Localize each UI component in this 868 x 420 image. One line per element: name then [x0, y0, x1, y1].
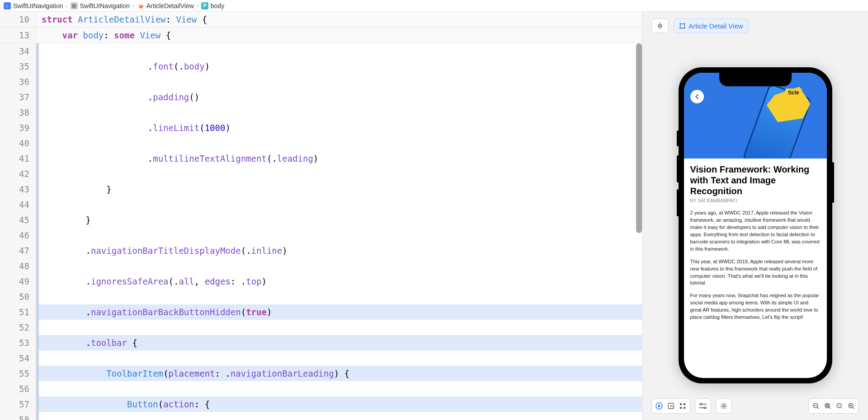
preview-canvas: Article Detail View ticle — [642, 12, 868, 420]
breadcrumb-struct-label: ArticleDetailView — [146, 2, 194, 9]
play-icon — [656, 402, 663, 410]
accessibility-button[interactable] — [716, 398, 732, 414]
article-byline: BY SAI KAMBAMPATI — [690, 198, 821, 203]
preview-title-button[interactable]: Article Detail View — [673, 19, 749, 33]
zoom-actual-icon — [836, 402, 843, 410]
article-title: Vision Framework: Working with Text and … — [690, 164, 821, 196]
chevron-left-icon — [694, 93, 700, 100]
line-number: 52 — [0, 320, 29, 335]
breadcrumb: ⌂ SwiftUINavigation › ▤ SwiftUINavigatio… — [0, 0, 868, 12]
chevron-right-icon: › — [66, 3, 68, 9]
zoom-fit-icon — [824, 402, 831, 410]
breadcrumb-struct[interactable]: ArticleDetailView — [137, 2, 194, 9]
line-number: 57 — [0, 397, 29, 412]
svg-rect-6 — [684, 407, 685, 409]
device-screen[interactable]: ticle Vision Framework: Working with Tex… — [684, 73, 827, 378]
zoom-out-icon — [812, 402, 820, 410]
scrollbar-thumb[interactable] — [636, 43, 642, 233]
device-frame: ticle Vision Framework: Working with Tex… — [679, 67, 832, 383]
sticky-struct-line: 10 struct ArticleDetailView: View { — [0, 12, 642, 28]
line-number: 55 — [0, 366, 29, 381]
svg-point-12 — [825, 403, 830, 408]
chevron-right-icon: › — [197, 3, 198, 9]
line-number: 36 — [0, 74, 29, 89]
line-number: 40 — [0, 135, 29, 151]
device-notch — [719, 73, 792, 86]
artboard-icon — [679, 23, 686, 29]
line-number: 35 — [0, 59, 29, 74]
line-number: 53 — [0, 335, 29, 350]
svg-rect-4 — [684, 403, 685, 405]
svg-rect-5 — [680, 407, 682, 409]
breadcrumb-folder-label: SwiftUINavigation — [80, 2, 130, 9]
sliders-icon — [699, 403, 707, 409]
line-number: 56 — [0, 381, 29, 397]
folder-icon: ▤ — [71, 2, 78, 9]
ticle-badge: ticle — [785, 89, 802, 97]
line-number: 13 — [0, 28, 36, 43]
line-number: 38 — [0, 105, 29, 120]
line-number: 37 — [0, 89, 29, 105]
zoom-controls[interactable] — [808, 398, 859, 414]
breadcrumb-property-label: body — [211, 2, 224, 9]
pin-preview-button[interactable] — [651, 19, 669, 33]
chevron-right-icon: › — [132, 3, 134, 9]
line-number: 41 — [0, 151, 29, 166]
line-number: 51 — [0, 304, 29, 320]
line-number: 46 — [0, 228, 29, 243]
preview-mode-segmented[interactable] — [651, 398, 690, 414]
selectable-icon — [667, 402, 675, 410]
line-number: 44 — [0, 197, 29, 212]
line-number: 48 — [0, 258, 29, 274]
line-number: 50 — [0, 289, 29, 304]
line-number: 45 — [0, 212, 29, 228]
zoom-in-icon — [848, 402, 855, 410]
svg-point-8 — [704, 407, 706, 409]
pin-icon — [656, 22, 664, 29]
line-number: 43 — [0, 182, 29, 197]
preview-toolbar — [642, 398, 868, 414]
svg-rect-3 — [680, 403, 682, 405]
app-icon: ⌂ — [4, 2, 11, 9]
code-editor[interactable]: 10 struct ArticleDetailView: View { 13 v… — [0, 12, 642, 420]
hero-graphic — [730, 75, 824, 159]
code-content[interactable]: .font(.body) .padding() .lineLimit(1000)… — [39, 43, 642, 420]
sticky-body-line: 13 var body: some View { — [0, 28, 642, 43]
breadcrumb-app-label: SwiftUINavigation — [13, 2, 63, 9]
svg-point-9 — [721, 403, 726, 409]
back-button[interactable] — [690, 90, 704, 103]
preview-title-label: Article Detail View — [689, 22, 743, 30]
svg-point-10 — [723, 405, 725, 407]
property-icon: P — [201, 2, 208, 9]
line-number: 58 — [0, 412, 29, 420]
line-gutter: 3435363738394041424344454647484950515253… — [0, 43, 36, 420]
article-paragraph: For many years now, Snapchat has reigned… — [690, 292, 821, 321]
article-paragraph: This year, at WWDC 2019, Apple released … — [690, 258, 821, 287]
line-number: 10 — [0, 12, 36, 27]
svg-rect-0 — [680, 23, 684, 28]
line-number: 49 — [0, 274, 29, 289]
breadcrumb-property[interactable]: P body — [201, 2, 224, 9]
line-number: 34 — [0, 43, 29, 59]
article-paragraph: 2 years ago, at WWDC 2017, Apple release… — [690, 210, 821, 253]
grid-icon — [679, 402, 686, 410]
line-number: 42 — [0, 166, 29, 182]
line-number: 39 — [0, 120, 29, 135]
device-settings-button[interactable] — [695, 398, 711, 414]
svg-point-7 — [700, 403, 702, 405]
line-number: 47 — [0, 243, 29, 258]
breadcrumb-app[interactable]: ⌂ SwiftUINavigation — [4, 2, 63, 9]
circle-dashed-icon — [720, 402, 727, 410]
swift-icon — [137, 2, 144, 9]
breadcrumb-folder[interactable]: ▤ SwiftUINavigation — [71, 2, 130, 9]
line-number: 54 — [0, 350, 29, 366]
